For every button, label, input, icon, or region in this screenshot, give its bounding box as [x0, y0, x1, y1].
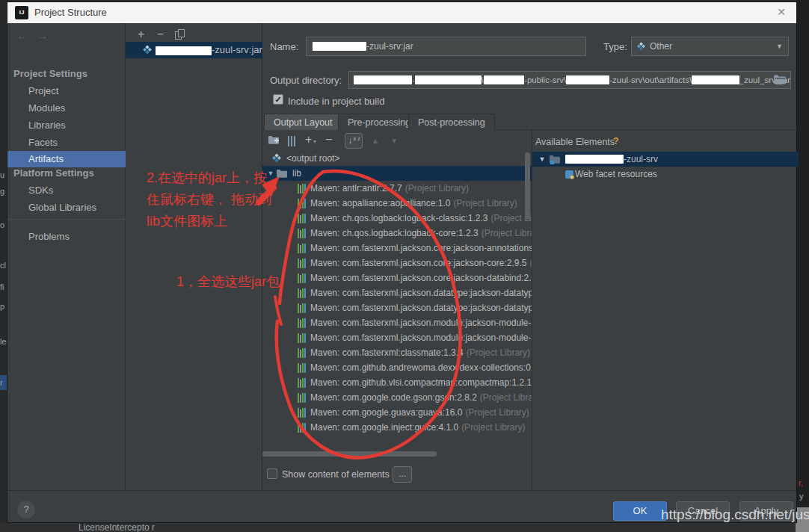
tree-row-library[interactable]: Maven: com.netflix.archaius:archaius-cor… — [262, 435, 532, 438]
background-text-fragment: r — [0, 378, 7, 387]
library-icon — [298, 318, 306, 328]
sidebar-item-project[interactable]: Project — [7, 83, 126, 99]
include-in-build-checkbox[interactable]: ✓ — [273, 94, 283, 105]
copy-artifact-icon[interactable] — [175, 29, 185, 40]
move-up-icon[interactable]: ▲ — [372, 137, 379, 145]
archive-icon[interactable] — [288, 136, 296, 146]
browse-folder-icon[interactable] — [773, 73, 788, 87]
redacted-text — [156, 46, 212, 55]
tree-row-library[interactable]: Maven: com.fasterxml.jackson.module:jack… — [262, 315, 532, 330]
more-options-button[interactable]: ... — [393, 466, 412, 483]
artifact-editor: Name: -zuul-srv:jar Type: Other ▼ Output… — [262, 23, 798, 490]
sidebar-group-project-settings: Project Settings — [13, 68, 123, 79]
web-facet-label: Web facet resources — [575, 167, 657, 182]
library-name: Maven: com.netflix.archaius:archaius-cor… — [310, 435, 501, 438]
tree-row-library[interactable]: Maven: com.fasterxml:classmate:1.3.4(Pro… — [262, 345, 532, 360]
tree-row-library[interactable]: Maven: com.fasterxml.jackson.datatype:ja… — [262, 285, 532, 300]
library-scope: (Project Library) — [461, 420, 525, 435]
cancel-button[interactable]: Cancel — [676, 501, 730, 521]
remove-element-icon[interactable]: − — [325, 133, 332, 146]
add-artifact-icon[interactable]: + — [138, 28, 144, 41]
tree-row-library[interactable]: Maven: ch.qos.logback:logback-core:1.2.3… — [262, 226, 532, 241]
library-name: Maven: com.fasterxml.jackson.datatype:ja… — [310, 300, 532, 315]
add-element-icon[interactable]: + — [305, 133, 312, 146]
tree-row-library[interactable]: Maven: com.google.code.gson:gson:2.8.2(P… — [262, 390, 532, 405]
chevron-down-icon[interactable]: ▼ — [537, 152, 547, 167]
tree-row-library[interactable]: Maven: com.fasterxml.jackson.module:jack… — [262, 330, 532, 345]
dialog-title: Project Structure — [34, 7, 107, 18]
tree-row-library[interactable]: Maven: com.fasterxml.jackson.core:jackso… — [262, 256, 532, 270]
type-dropdown[interactable]: Other ▼ — [631, 37, 789, 56]
chevron-down-icon: ▼ — [776, 43, 783, 50]
tree-row-lib-folder[interactable]: ▼ lib — [262, 166, 532, 181]
new-folder-icon[interactable] — [268, 134, 280, 147]
tree-row-library[interactable]: Maven: com.fasterxml.jackson.core:jackso… — [262, 241, 532, 256]
tab-post-processing[interactable]: Post-processing — [408, 114, 495, 130]
library-icon — [298, 214, 306, 223]
sidebar-item-global-libraries[interactable]: Global Libraries — [7, 200, 126, 216]
lib-folder-label: lib — [292, 166, 301, 181]
help-icon[interactable]: ? — [613, 136, 619, 146]
ok-button[interactable]: OK — [613, 501, 667, 521]
artifact-list-item[interactable]: -zuul-srv:jar — [126, 42, 262, 58]
horizontal-scrollbar[interactable] — [262, 451, 437, 457]
tree-row-output-root[interactable]: <output root> — [262, 151, 532, 166]
available-module-row[interactable]: ▼ -zuul-srv — [532, 152, 799, 167]
library-name: Maven: aopalliance:aopalliance:1.0 — [310, 196, 450, 211]
tree-row-library[interactable]: Maven: com.google.guava:guava:16.0(Proje… — [262, 405, 532, 420]
tree-row-library[interactable]: Maven: antlr:antlr:2.7.7(Project Library… — [262, 181, 532, 196]
tree-row-library[interactable]: Maven: com.fasterxml.jackson.datatype:ja… — [262, 300, 532, 315]
close-icon[interactable]: ✕ — [777, 6, 786, 18]
tree-row-library[interactable]: Maven: com.google.inject:guice:4.1.0(Pro… — [262, 420, 532, 435]
library-scope: (Project Library — [482, 226, 532, 241]
library-name: Maven: com.fasterxml.jackson.core:jackso… — [310, 256, 526, 270]
sidebar-item-modules[interactable]: Modules — [7, 100, 126, 117]
available-elements-header: Available Elements — [535, 137, 615, 147]
tree-row-library[interactable]: Maven: com.fasterxml.jackson.core:jackso… — [262, 270, 532, 285]
library-name: Maven: com.google.inject:guice:4.1.0 — [310, 420, 458, 435]
sort-alphabetically-icon[interactable]: ↓a z — [345, 133, 363, 149]
forward-icon[interactable]: → — [37, 29, 57, 42]
back-icon[interactable]: ← — [16, 29, 37, 42]
output-directory-input[interactable]: -\-public-srv\-zuul-srv\out\artifacts\_z… — [348, 71, 791, 89]
chevron-down-icon[interactable]: ▼ — [265, 166, 276, 181]
library-icon — [298, 423, 306, 433]
help-icon[interactable]: ? — [17, 501, 35, 519]
move-down-icon[interactable]: ▼ — [390, 137, 398, 145]
name-input[interactable]: -zuul-srv:jar — [306, 37, 586, 56]
available-web-facet-row[interactable]: Web facet resources — [532, 167, 799, 182]
sidebar-item-problems[interactable]: Problems — [7, 229, 126, 245]
apply-button[interactable]: Apply — [739, 501, 793, 521]
name-value-suffix: -zuul-srv:jar — [366, 41, 413, 52]
sidebar-item-sdks[interactable]: SDKs — [7, 182, 126, 199]
path-segment: -public-srv\ — [524, 75, 566, 84]
library-scope: (Project L — [504, 435, 532, 438]
dialog-titlebar[interactable]: IJ Project Structure ✕ — [7, 2, 796, 23]
background-window-strip — [797, 0, 809, 532]
tree-row-library[interactable]: Maven: com.github.vlsi.compactmap:compac… — [262, 375, 532, 390]
background-text-fragment: g — [0, 187, 7, 196]
background-text-fragment: o — [0, 220, 7, 229]
sidebar-item-facets[interactable]: Facets — [7, 134, 126, 151]
sidebar-item-artifacts[interactable]: Artifacts — [7, 151, 126, 167]
redacted-text — [484, 75, 524, 84]
background-ide-text: LicenseIntercepto r — [79, 522, 155, 532]
redacted-text — [566, 75, 609, 84]
history-nav: ←→ — [16, 29, 57, 42]
tree-row-library[interactable]: Maven: aopalliance:aopalliance:1.0(Proje… — [262, 196, 532, 211]
redacted-text — [415, 75, 482, 84]
vertical-scrollbar[interactable] — [525, 152, 530, 220]
tab-output-layout[interactable]: Output Layout — [264, 114, 342, 130]
show-content-row: Show content of elements ... — [262, 466, 532, 486]
sidebar-separator — [7, 219, 126, 220]
tab-strip: Output Layout Pre-processing Post-proces… — [262, 114, 798, 130]
sidebar-item-libraries[interactable]: Libraries — [7, 117, 126, 134]
type-value: Other — [650, 41, 672, 52]
show-content-checkbox[interactable] — [267, 468, 277, 479]
library-icon — [298, 348, 306, 358]
output-layout-content: +▾ − ↓a z ▲ ▼ — [262, 130, 798, 490]
remove-artifact-icon[interactable]: − — [157, 28, 164, 41]
background-text-fragment: le — [0, 337, 7, 346]
tree-row-library[interactable]: Maven: com.github.andrewoma.dexx:dexx-co… — [262, 360, 532, 375]
tree-row-library[interactable]: Maven: ch.qos.logback:logback-classic:1.… — [262, 211, 532, 226]
